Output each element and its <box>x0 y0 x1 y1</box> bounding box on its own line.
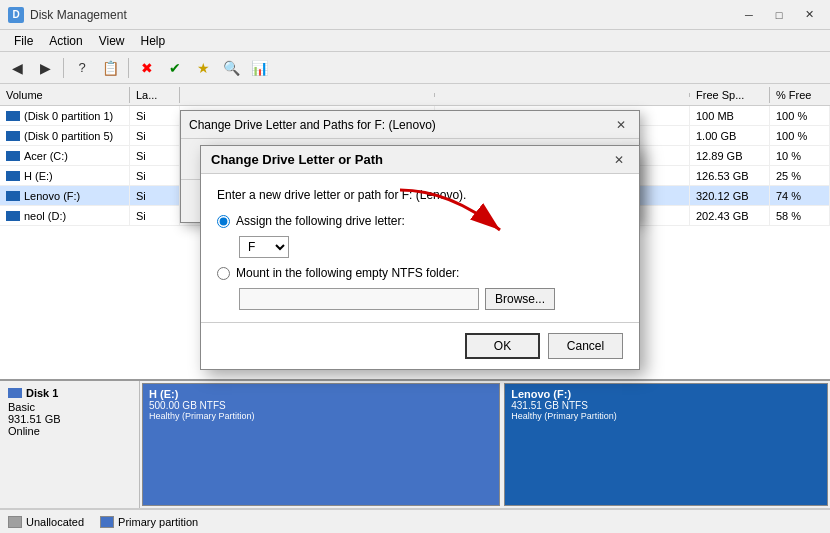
folder-input-row: Browse... <box>239 288 623 310</box>
inner-dialog-body: Enter a new drive letter or path for F: … <box>201 174 639 316</box>
inner-dialog-buttons: OK Cancel <box>201 322 639 369</box>
dialog-overlay: Change Drive Letter and Paths for F: (Le… <box>0 0 830 533</box>
radio-mount[interactable] <box>217 267 230 280</box>
drive-letter-select[interactable]: F G H I <box>239 236 289 258</box>
drive-letter-row: F G H I <box>239 236 623 258</box>
outer-dialog-title: Change Drive Letter and Paths for F: (Le… <box>189 118 611 132</box>
radio-assign[interactable] <box>217 215 230 228</box>
inner-dialog: Change Drive Letter or Path ✕ Enter a ne… <box>200 145 640 370</box>
inner-dialog-description: Enter a new drive letter or path for F: … <box>217 188 623 202</box>
inner-cancel-button[interactable]: Cancel <box>548 333 623 359</box>
radio-assign-label[interactable]: Assign the following drive letter: <box>236 214 405 228</box>
browse-button[interactable]: Browse... <box>485 288 555 310</box>
folder-path-input[interactable] <box>239 288 479 310</box>
inner-dialog-title: Change Drive Letter or Path <box>211 152 609 167</box>
inner-ok-button[interactable]: OK <box>465 333 540 359</box>
radio-mount-row: Mount in the following empty NTFS folder… <box>217 266 623 280</box>
inner-dialog-title-bar: Change Drive Letter or Path ✕ <box>201 146 639 174</box>
inner-dialog-close-button[interactable]: ✕ <box>609 151 629 169</box>
outer-dialog-title-bar: Change Drive Letter and Paths for F: (Le… <box>181 111 639 139</box>
radio-mount-label[interactable]: Mount in the following empty NTFS folder… <box>236 266 459 280</box>
outer-dialog-close-button[interactable]: ✕ <box>611 116 631 134</box>
radio-assign-row: Assign the following drive letter: <box>217 214 623 228</box>
